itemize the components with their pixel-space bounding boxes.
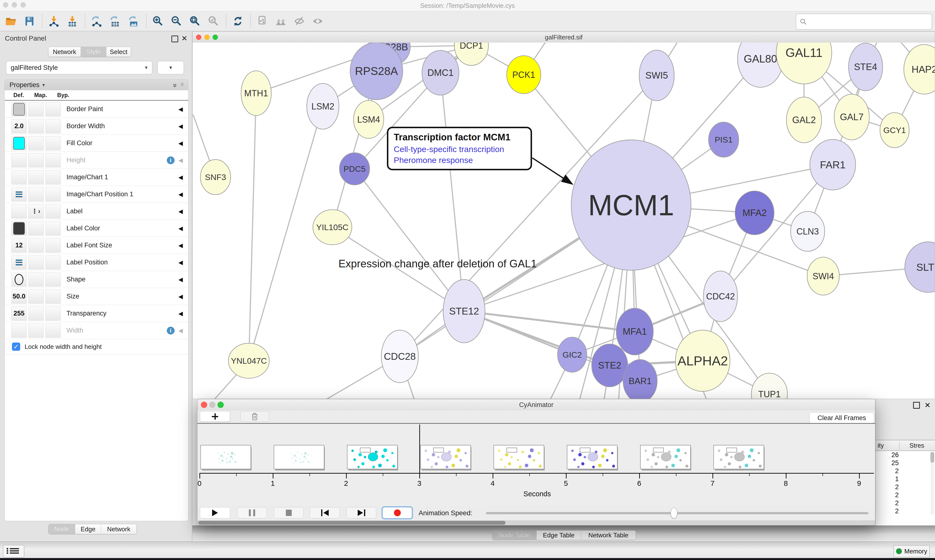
node-ALPHA2[interactable]: ALPHA2 (676, 330, 730, 391)
node-YIL105C[interactable]: YIL105C (313, 210, 352, 245)
default-value-cell[interactable] (11, 205, 26, 218)
timeline-scrollbar-thumb[interactable] (198, 521, 506, 525)
export-table-icon[interactable] (108, 14, 123, 29)
table-row[interactable]: 2 (876, 507, 935, 515)
mapping-cell[interactable] (28, 222, 43, 235)
bypass-cell[interactable] (46, 222, 61, 235)
table-column-stress[interactable]: Stres (900, 442, 924, 449)
mapping-cell[interactable] (28, 323, 43, 338)
default-value-cell[interactable] (11, 153, 26, 168)
close-panel-icon[interactable]: ✕ (924, 401, 930, 409)
frame-thumbnail-4[interactable] (494, 445, 544, 469)
expand-row-icon[interactable]: ◀ (179, 191, 183, 198)
frame-thumbnail-2[interactable] (347, 445, 398, 469)
window-close-icon[interactable] (201, 402, 207, 408)
node-GAL7[interactable]: GAL7 (834, 94, 869, 140)
pause-button[interactable] (237, 507, 267, 518)
expand-row-icon[interactable]: ◀ (179, 106, 183, 112)
info-icon[interactable]: i (167, 157, 174, 164)
save-session-icon[interactable] (22, 14, 37, 29)
table-row[interactable]: 2 (876, 491, 935, 499)
default-value-cell[interactable] (11, 272, 26, 286)
bypass-cell[interactable] (46, 238, 61, 252)
bypass-cell[interactable] (46, 323, 61, 338)
expand-row-icon[interactable]: ◀ (179, 327, 183, 334)
bypass-cell[interactable] (46, 272, 61, 286)
default-value-cell[interactable]: 50.0 (11, 289, 26, 304)
style-selector[interactable]: galFiltered Style ▾ (6, 61, 153, 74)
node-GIC2[interactable]: GIC2 (558, 337, 587, 372)
annotation-link[interactable]: Cell-type-specific transcription (394, 145, 525, 154)
expand-row-icon[interactable]: ◀ (179, 310, 183, 317)
skip-to-start-button[interactable] (310, 507, 340, 518)
bypass-cell[interactable] (46, 205, 61, 218)
node-MTH1[interactable]: MTH1 (241, 71, 271, 115)
node-YNL047C[interactable]: YNL047C (228, 343, 269, 378)
import-network-icon[interactable] (46, 14, 61, 29)
node-MCM1[interactable]: MCM1 (571, 140, 691, 270)
app-zoom-icon[interactable] (20, 2, 26, 8)
close-panel-icon[interactable]: ✕ (181, 35, 187, 42)
table-row[interactable]: 2 (876, 467, 935, 475)
expand-row-icon[interactable]: ◀ (179, 123, 183, 130)
delete-frame-button[interactable] (240, 411, 269, 422)
expand-row-icon[interactable]: ◀ (179, 293, 183, 300)
timeline[interactable]: 0123456789 Seconds (197, 424, 875, 506)
export-network-icon[interactable] (89, 14, 104, 29)
table-row[interactable]: 25 (876, 459, 935, 467)
node-PCK1[interactable]: PCK1 (507, 56, 541, 94)
node-FAR1[interactable]: FAR1 (810, 139, 856, 190)
clear-all-frames-button[interactable]: Clear All Frames (809, 412, 874, 423)
default-value-cell[interactable] (11, 255, 26, 269)
zoom-out-icon[interactable] (169, 14, 184, 29)
cyanimator-titlebar[interactable]: CyAnimator (197, 399, 875, 411)
mapping-cell[interactable] (28, 255, 43, 269)
mapping-cell[interactable]: ⋮› (28, 205, 43, 218)
play-button[interactable] (200, 507, 230, 518)
expand-row-icon[interactable]: ◀ (179, 208, 183, 215)
node-GAL11[interactable]: GAL11 (776, 43, 832, 84)
frame-thumbnail-3[interactable] (420, 445, 471, 469)
node-LSM2[interactable]: LSM2 (307, 83, 339, 129)
bypass-cell[interactable] (46, 119, 61, 133)
mapping-cell[interactable] (28, 238, 43, 252)
network-window-titlebar[interactable]: galFiltered.sif (193, 32, 935, 43)
import-table-icon[interactable] (65, 14, 80, 29)
mapping-cell[interactable] (28, 153, 43, 168)
export-image-icon[interactable] (126, 14, 141, 29)
add-frame-button[interactable] (200, 411, 230, 422)
timeline-playhead[interactable] (419, 425, 420, 473)
tab-network[interactable]: Network (48, 47, 81, 57)
bypass-cell[interactable] (46, 306, 61, 321)
bypass-cell[interactable] (46, 170, 61, 185)
lock-checkbox[interactable]: ✓ (12, 343, 20, 351)
frame-thumbnail-5[interactable] (567, 445, 617, 469)
default-value-cell[interactable]: 2.0 (11, 119, 26, 133)
app-minimize-icon[interactable] (12, 2, 17, 8)
frame-thumbnail-6[interactable] (640, 445, 691, 469)
expand-row-icon[interactable]: ◀ (179, 174, 183, 181)
zoom-in-icon[interactable] (150, 14, 165, 29)
expand-all-icon[interactable]: »» (174, 81, 184, 89)
node-PIS1[interactable]: PIS1 (708, 122, 739, 157)
node-GCY1[interactable]: GCY1 (880, 112, 909, 148)
record-button[interactable] (383, 507, 412, 518)
table-row[interactable]: 2 (876, 483, 935, 491)
node-STE2[interactable]: STE2 (592, 344, 628, 387)
network-canvas[interactable]: RPS28BDCP1RPS28ADMC1PCK1MTH1LSM2LSM4SWI5… (193, 43, 935, 399)
frame-thumbnail-0[interactable] (201, 445, 251, 469)
node-STE12[interactable]: STE12 (443, 280, 485, 343)
table-row[interactable]: 1 (876, 475, 935, 483)
table-column-ity[interactable]: ity (876, 442, 900, 449)
node-CDC42[interactable]: CDC42 (704, 271, 738, 322)
tab-network[interactable]: Network (101, 524, 136, 534)
skip-to-end-button[interactable] (347, 507, 376, 518)
default-value-cell[interactable] (11, 187, 26, 202)
bypass-cell[interactable] (46, 187, 61, 202)
tab-select[interactable]: Select (106, 47, 131, 57)
expand-row-icon[interactable]: ◀ (179, 276, 183, 283)
properties-header[interactable]: Properties ▾ »» (5, 80, 188, 90)
tab-style[interactable]: Style (81, 47, 106, 57)
apply-layout-icon[interactable] (230, 14, 245, 29)
default-value-cell[interactable] (11, 102, 26, 116)
